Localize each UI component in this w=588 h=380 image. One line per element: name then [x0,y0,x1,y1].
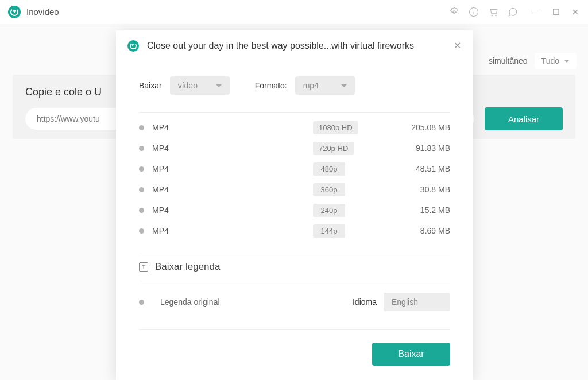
chat-icon[interactable] [508,7,518,17]
titlebar: Inovideo — ☐ ✕ [0,0,588,24]
language-label: Idioma [353,297,377,307]
language-dropdown[interactable]: English [384,293,450,311]
format-row[interactable]: MP4 144p 8.69 MB [139,220,450,241]
format-value: mp4 [303,81,319,90]
bullet-icon [139,146,144,151]
minimize-button[interactable]: — [532,7,541,17]
format-size: 15.2 MB [396,205,450,215]
svg-point-4 [492,15,493,16]
window-controls: — ☐ ✕ [532,7,580,17]
chevron-down-icon [341,84,347,87]
bullet-icon [139,125,144,130]
format-name: MP4 [152,185,313,194]
filter-dropdown[interactable]: Tudo [535,53,577,69]
modal-footer: Baixar [116,323,473,330]
format-size: 48.51 MB [396,164,450,173]
filter-value: Tudo [541,56,559,65]
close-icon[interactable]: ✕ [454,42,462,50]
subtitle-title: Baixar legenda [155,261,220,273]
format-name: MP4 [152,205,313,215]
modal-logo-icon [127,40,139,52]
titlebar-right: — ☐ ✕ [449,7,580,17]
maximize-button[interactable]: ☐ [551,7,560,17]
bullet-icon [139,300,144,305]
format-dropdown[interactable]: mp4 [295,76,355,95]
format-row[interactable]: MP4 240p 15.2 MB [139,200,450,220]
modal-title: Close out your day in the best way possi… [147,41,454,51]
format-quality: 144p [313,224,345,238]
format-quality: 240p [313,204,345,217]
format-label: Formato: [255,81,287,90]
modal-controls: Baixar vídeo Formato: mp4 [116,61,473,112]
threads-label: simultâneo [489,56,528,65]
subtitle-header: T Baixar legenda [139,253,450,281]
modal-header: Close out your day in the best way possi… [116,30,473,61]
format-quality: 720p HD [313,142,354,155]
app-logo-icon [8,6,21,18]
subtitle-row[interactable]: Legenda original Idioma English [139,281,450,323]
info-icon[interactable] [469,7,479,17]
subtitle-section: T Baixar legenda Legenda original Idioma… [116,241,473,323]
format-list: MP4 1080p HD 205.08 MB MP4 720p HD 91.83… [116,112,473,241]
bullet-icon [139,166,144,172]
format-row[interactable]: MP4 720p HD 91.83 MB [139,138,450,158]
bullet-icon [139,187,144,192]
svg-point-5 [496,15,497,16]
format-size: 91.83 MB [396,144,450,153]
format-quality: 1080p HD [313,121,358,134]
language-value: English [392,297,418,307]
close-window-button[interactable]: ✕ [571,7,580,17]
behind-controls: simultâneo Tudo [489,53,577,69]
download-modal: Close out your day in the best way possi… [116,30,473,380]
settings-icon[interactable] [449,7,459,17]
format-name: MP4 [152,226,313,235]
format-quality: 360p [313,183,345,196]
format-size: 205.08 MB [396,123,450,132]
subtitle-original-label: Legenda original [160,297,220,307]
download-type-value: vídeo [178,81,198,90]
format-name: MP4 [152,164,313,173]
chevron-down-icon [564,60,570,63]
download-button[interactable]: Baixar [372,343,450,366]
format-row[interactable]: MP4 480p 48.51 MB [139,158,450,179]
subtitle-icon: T [139,262,148,272]
format-quality: 480p [313,162,345,176]
chevron-down-icon [216,84,222,87]
app-title: Inovideo [26,7,59,17]
bullet-icon [139,208,144,213]
cart-icon[interactable] [488,7,498,17]
format-row[interactable]: MP4 1080p HD 205.08 MB [139,117,450,138]
download-type-dropdown[interactable]: vídeo [170,76,230,95]
divider [139,112,450,113]
format-row[interactable]: MP4 360p 30.8 MB [139,179,450,200]
format-size: 30.8 MB [396,185,450,194]
format-name: MP4 [152,144,313,153]
analyze-button[interactable]: Analisar [485,107,563,130]
format-name: MP4 [152,123,313,132]
download-type-label: Baixar [139,81,162,90]
format-size: 8.69 MB [396,226,450,235]
bullet-icon [139,228,144,234]
divider [139,329,450,330]
